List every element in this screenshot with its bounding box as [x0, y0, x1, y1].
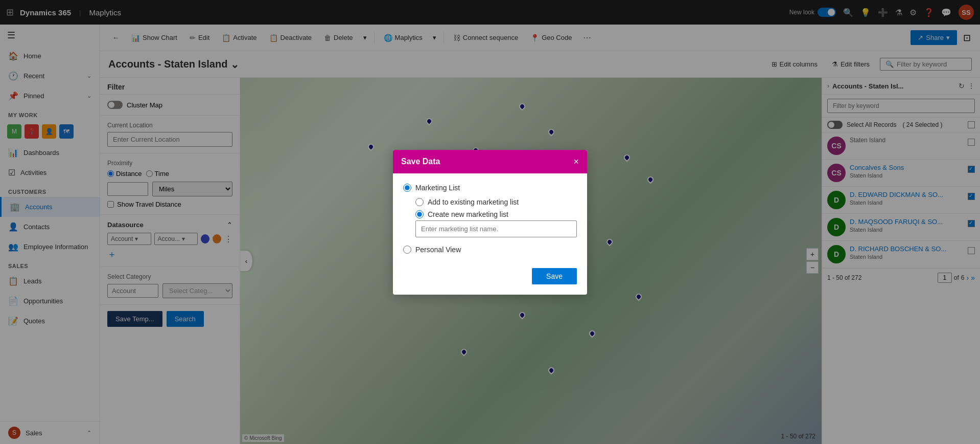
marketing-subgroup: Add to existing marketing list Create ne… [403, 198, 577, 237]
create-new-radio[interactable] [415, 210, 424, 218]
marketing-list-label: Marketing List [415, 184, 460, 192]
personal-view-radio-label[interactable]: Personal View [403, 246, 577, 254]
create-new-radio-label[interactable]: Create new marketing list [415, 210, 577, 218]
modal-footer: Save [393, 262, 587, 295]
personal-view-radio[interactable] [403, 246, 411, 254]
modal-overlay[interactable]: Save Data × Marketing List Add to existi… [0, 0, 980, 444]
marketing-list-radio-label[interactable]: Marketing List [403, 184, 577, 192]
add-existing-radio-label[interactable]: Add to existing marketing list [415, 198, 577, 206]
modal-title: Save Data [401, 157, 440, 166]
modal-radio-group: Marketing List Add to existing marketing… [403, 184, 577, 254]
add-existing-radio[interactable] [415, 198, 424, 206]
marketing-list-radio[interactable] [403, 184, 411, 192]
modal-header: Save Data × [393, 150, 587, 173]
create-new-label: Create new marketing list [428, 210, 508, 218]
marketing-list-name-input[interactable] [415, 220, 577, 237]
personal-view-label: Personal View [415, 246, 461, 254]
add-existing-label: Add to existing marketing list [428, 198, 519, 206]
modal-save-button[interactable]: Save [532, 268, 577, 284]
modal-body: Marketing List Add to existing marketing… [393, 173, 587, 262]
modal-close-button[interactable]: × [573, 157, 579, 166]
save-data-modal: Save Data × Marketing List Add to existi… [393, 150, 587, 295]
